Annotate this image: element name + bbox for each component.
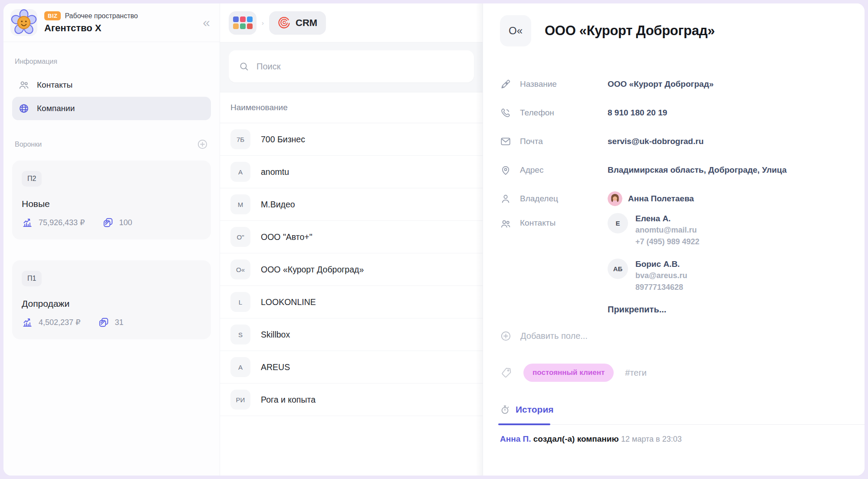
field-email: Почта servis@uk-dobrograd.ru <box>500 127 859 156</box>
company-avatar: A <box>230 162 250 182</box>
company-row[interactable]: A anomtu <box>220 156 483 188</box>
deals-icon <box>98 317 109 328</box>
pen-icon <box>500 79 511 90</box>
company-row[interactable]: A AREUS <box>220 351 483 384</box>
company-row[interactable]: РИ Рога и копыта <box>220 384 483 416</box>
search-input[interactable] <box>256 61 464 72</box>
detail-header: О« ООО «Курорт Доброград» <box>500 15 859 46</box>
company-row[interactable]: L LOOKONLINE <box>220 286 483 318</box>
company-detail-panel: О« ООО «Курорт Доброград» Название ООО «… <box>483 3 865 476</box>
search-box[interactable] <box>229 50 474 82</box>
app-window: BIZ Рабочее пространство Агентство X « И… <box>3 3 865 476</box>
section-label-funnels: Воронки <box>15 141 42 148</box>
contact-name[interactable]: Борис А.В. <box>635 259 687 270</box>
workspace-meta: BIZ Рабочее пространство Агентство X <box>44 11 196 34</box>
funnel-stats: 75,926,433 ₽ 100 <box>22 217 201 228</box>
phone-icon <box>500 107 511 118</box>
plus-circle-icon <box>500 330 512 342</box>
field-address-value[interactable]: Владимирская область, Доброграде, Улица <box>608 165 859 175</box>
contact-item[interactable]: Е Елена А. anomtu@mail.ru +7 (495) 989 4… <box>608 213 859 248</box>
companies-column-header: Наименование <box>220 92 483 123</box>
field-owner-value: Анна Полетаева <box>608 191 859 206</box>
section-label-info: Информация <box>15 58 208 66</box>
field-email-value[interactable]: servis@uk-dobrograd.ru <box>608 137 859 146</box>
sidebar-item-contacts[interactable]: Контакты <box>12 73 211 97</box>
funnel-name: Новые <box>22 199 201 209</box>
funnel-card-upsell[interactable]: П1 Допродажи 4,502,237 ₽ <box>12 260 211 339</box>
contact-email[interactable]: anomtu@mail.ru <box>635 224 700 236</box>
contact-name[interactable]: Елена А. <box>635 213 700 224</box>
funnel-amount: 75,926,433 ₽ <box>39 218 85 227</box>
company-row[interactable]: 7Б 700 Бизнес <box>220 123 483 156</box>
owner-name[interactable]: Анна Полетаева <box>628 194 694 203</box>
company-avatar: 7Б <box>230 129 250 149</box>
attach-contact-link[interactable]: Прикрепить... <box>608 305 859 315</box>
workspace-type-label: Рабочее пространство <box>65 12 138 20</box>
sidebar-collapse-icon[interactable]: « <box>203 16 210 29</box>
companies-list-panel: › CRM <box>220 3 483 476</box>
tags-row: постоянный клиент #теги <box>500 364 859 382</box>
contact-email[interactable]: bva@areus.ru <box>635 270 687 282</box>
field-name: Название ООО «Курорт Доброград» <box>500 70 859 98</box>
deals-icon <box>102 217 114 228</box>
detail-fields: Название ООО «Курорт Доброград» Телефон … <box>500 70 859 315</box>
funnel-count: 100 <box>119 218 132 227</box>
history-tab-underline <box>498 423 865 425</box>
mail-icon <box>500 136 511 147</box>
company-avatar: О" <box>230 227 250 247</box>
globe-icon <box>18 103 30 114</box>
add-field-button[interactable]: Добавить поле... <box>500 330 859 342</box>
company-row[interactable]: S Skillbox <box>220 318 483 351</box>
history-entry-user[interactable]: Анна П. <box>500 434 531 443</box>
field-address: Адрес Владимирская область, Доброграде, … <box>500 156 859 184</box>
funnel-stats: 4,502,237 ₽ 31 <box>22 317 201 328</box>
contact-phone[interactable]: 89777134628 <box>635 282 687 293</box>
field-name-value[interactable]: ООО «Курорт Доброград» <box>608 79 859 89</box>
companies-rows: 7Б 700 Бизнес A anomtu М М.Видео О" ООО … <box>220 123 483 476</box>
biz-badge: BIZ <box>44 11 61 20</box>
field-phone-value[interactable]: 8 910 180 20 19 <box>608 108 859 118</box>
workspace-logo[interactable] <box>10 9 37 36</box>
tags-placeholder[interactable]: #теги <box>625 368 647 378</box>
field-owner: Владелец Анна Полетаева <box>500 184 859 213</box>
contact-item[interactable]: АБ Борис А.В. bva@areus.ru 89777134628 <box>608 259 859 293</box>
add-funnel-icon[interactable] <box>197 138 208 150</box>
history-entry-action: создал(-а) компанию <box>533 434 619 443</box>
search-icon <box>239 61 249 72</box>
sidebar-item-label: Контакты <box>37 80 72 90</box>
history-entry-date: 12 марта в 23:03 <box>621 435 682 443</box>
search-toolbar <box>220 42 483 92</box>
person-icon <box>500 193 511 204</box>
history-section: История Анна П. создал(-а) компанию 12 м… <box>500 404 859 444</box>
crm-app-label: CRM <box>296 17 317 29</box>
map-pin-icon <box>500 164 511 176</box>
workspace-header: BIZ Рабочее пространство Агентство X « <box>3 3 220 42</box>
company-row[interactable]: М М.Видео <box>220 188 483 221</box>
sidebar-item-companies[interactable]: Компании <box>12 97 211 120</box>
people-icon <box>18 79 30 91</box>
people-icon <box>500 218 511 230</box>
sidebar-item-label: Компании <box>37 104 75 113</box>
contacts-list: Е Елена А. anomtu@mail.ru +7 (495) 989 4… <box>608 213 859 315</box>
funnels-section-header: Воронки <box>15 138 208 150</box>
funnel-code-badge: П1 <box>22 271 42 286</box>
tab-history[interactable]: История <box>500 404 554 415</box>
stopwatch-icon <box>500 405 510 415</box>
crm-app-chip[interactable]: CRM <box>269 11 326 35</box>
apps-menu-button[interactable] <box>229 11 256 35</box>
funnel-code-badge: П2 <box>22 171 42 187</box>
company-avatar: О« <box>230 259 250 279</box>
field-phone: Телефон 8 910 180 20 19 <box>500 98 859 127</box>
tag-chip[interactable]: постоянный клиент <box>523 364 614 382</box>
tag-icon <box>500 367 512 379</box>
breadcrumb-separator-icon: › <box>262 19 264 26</box>
funnel-card-new[interactable]: П2 Новые 75,926,433 ₽ <box>12 161 211 240</box>
company-detail-avatar: О« <box>500 15 531 46</box>
funnel-name: Допродажи <box>22 299 201 309</box>
company-row[interactable]: О" ООО "Авто+" <box>220 221 483 253</box>
owner-avatar[interactable] <box>608 191 622 206</box>
company-row-selected[interactable]: О« ООО «Курорт Доброград» <box>220 253 483 286</box>
contact-avatar: АБ <box>608 259 628 279</box>
crm-logo-icon <box>278 16 291 30</box>
contact-phone[interactable]: +7 (495) 989 4922 <box>635 236 700 248</box>
